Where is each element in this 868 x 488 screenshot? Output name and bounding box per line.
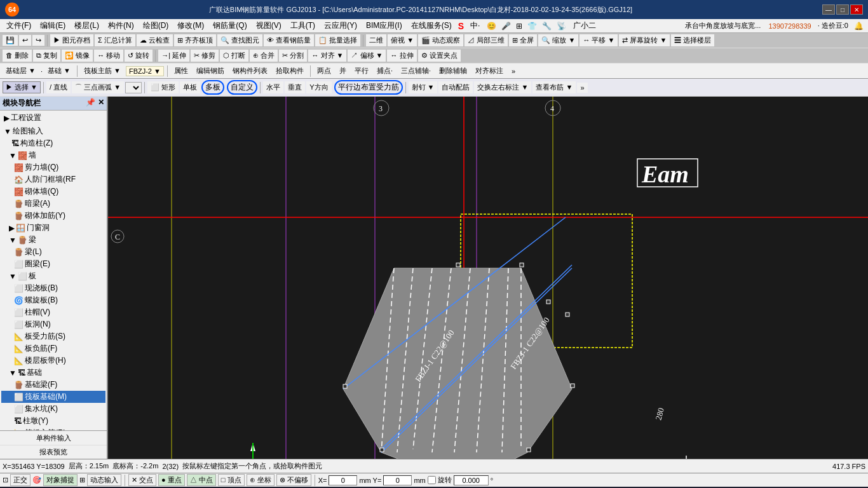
btn-snappoint[interactable]: 捕点· — [374, 65, 396, 77]
btn-single-element[interactable]: 单构件输入 — [0, 431, 107, 445]
btn-parallel[interactable]: 平行 — [351, 65, 372, 77]
btn-2d[interactable]: 二维 — [366, 34, 386, 46]
element-select[interactable]: FBZJ-2 ▼ — [126, 66, 164, 76]
minimize-button[interactable]: — — [822, 4, 835, 15]
menu-modify[interactable]: 修改(M) — [173, 19, 208, 32]
menu-view[interactable]: 视图(V) — [252, 19, 285, 32]
btn-ydirection[interactable]: Y方向 — [306, 81, 331, 93]
btn-view-rebar[interactable]: 👁 查看钢筋量 — [264, 34, 314, 46]
btn-and[interactable]: 并 — [336, 65, 349, 77]
btn-horizontal[interactable]: 水平 — [263, 81, 283, 93]
btn-select-floor[interactable]: ☰ 选择楼层 — [671, 34, 714, 46]
nav-item-pit[interactable]: ⬜集水坑(K) — [1, 403, 105, 415]
btn-local3d[interactable]: ⊿ 局部三维 — [465, 34, 508, 46]
menu-cloud[interactable]: 云应用(Y) — [320, 19, 361, 32]
menu-bim[interactable]: BIM应用(I) — [362, 19, 406, 32]
nav-wall-group[interactable]: ▼ 🧱 墙 — [1, 149, 105, 161]
nav-item-hidden-beam[interactable]: 🪵暗梁(A) — [1, 198, 105, 210]
nav-door-group[interactable]: ▶ 🪟 门窗洞 — [1, 222, 105, 234]
btn-twopoint[interactable]: 两点 — [314, 65, 334, 77]
menu-file[interactable]: 文件(F) — [3, 19, 35, 32]
menu-edit[interactable]: 编辑(E) — [36, 19, 69, 32]
btn-coord[interactable]: ⊕ 坐标 — [247, 474, 275, 486]
nav-item-floor-band[interactable]: 📐楼层板带(H) — [1, 355, 105, 367]
menu-assistant[interactable]: 广小二 — [569, 19, 600, 32]
menu-online[interactable]: 在线服务(S) — [407, 19, 456, 32]
nav-item-neg-rebar[interactable]: 📐板负筋(F) — [1, 342, 105, 355]
btn-vertical[interactable]: 垂直 — [285, 81, 305, 93]
nav-item-slab-rebar[interactable]: 📐板受力筋(S) — [1, 330, 105, 342]
btn-move[interactable]: ↔ 移动 — [94, 50, 123, 62]
btn-merge[interactable]: ⊕ 合并 — [250, 50, 278, 62]
layer-type-select[interactable]: 基础 ▼ — [44, 65, 74, 77]
btn-swaplabel[interactable]: 交换左右标注 ▼ — [474, 81, 531, 93]
nav-pin-icon[interactable]: 📌 — [86, 98, 95, 109]
btn-edit-rebar[interactable]: 编辑钢筋 — [193, 65, 227, 77]
btn-dynin[interactable]: 动态输入 — [87, 474, 121, 486]
btn-mirror[interactable]: 🔁 镜像 — [62, 50, 93, 62]
menu-mid[interactable]: 中· — [466, 19, 484, 32]
rotate-input[interactable] — [454, 475, 489, 485]
btn-dart[interactable]: 射钉 ▼ — [409, 81, 438, 93]
btn-parallel-rebar-highlight[interactable]: 平行边布置受力筋 — [334, 80, 403, 95]
nav-item-shear-wall[interactable]: 🧱剪力墙(Q) — [1, 161, 105, 173]
btn-stretch[interactable]: ↔ 拉伸 — [387, 50, 416, 62]
btn-delete[interactable]: 🗑 删除 — [3, 50, 32, 62]
btn-save[interactable]: 💾 — [3, 35, 18, 46]
nav-item-column-cap[interactable]: ⬜柱帽(V) — [1, 306, 105, 318]
nav-item-masonry-rebar[interactable]: 🪵砌体加筋(Y) — [1, 210, 105, 222]
btn-cloud-check[interactable]: ☁ 云检查 — [137, 34, 173, 46]
maximize-button[interactable]: □ — [836, 4, 849, 15]
btn-setclamp[interactable]: ⚙ 设置夹点 — [418, 50, 461, 62]
btn-split[interactable]: ✂ 分割 — [279, 50, 307, 62]
nav-found-group[interactable]: ▼ 🏗 基础 — [1, 367, 105, 379]
nav-close-icon[interactable]: ✕ — [98, 98, 104, 109]
btn-define[interactable]: ▶ 图元存档 — [50, 34, 93, 46]
nav-board-group[interactable]: ▼ ⬜ 板 — [1, 270, 105, 282]
close-button[interactable]: ✕ — [850, 4, 863, 15]
btn-find[interactable]: 🔍 查找图元 — [217, 34, 262, 46]
nav-item-pillar[interactable]: 🏗 构造柱(Z) — [1, 137, 105, 149]
rotate-checkbox[interactable] — [428, 476, 436, 484]
nav-beam-group[interactable]: ▼ 🪵 梁 — [1, 234, 105, 246]
btn-arc[interactable]: ⌒ 三点画弧 ▼ — [72, 81, 124, 93]
btn-viewrebar[interactable]: 查看布筋 ▼ — [532, 81, 576, 93]
btn-rebar-list[interactable]: 钢构件列表 — [229, 65, 271, 77]
btn-rect[interactable]: ⬜ 矩形 — [147, 81, 179, 93]
btn-batch[interactable]: 📋 批量选择 — [315, 34, 360, 46]
btn-undo[interactable]: ↩ — [19, 35, 31, 46]
btn-break[interactable]: ⬡ 打断 — [220, 50, 248, 62]
btn-3ptaxis[interactable]: 三点辅轴· — [398, 65, 434, 77]
btn-extend[interactable]: →| 延伸 — [158, 50, 189, 62]
menu-tools[interactable]: 工具(T) — [287, 19, 319, 32]
btn-report[interactable]: 报表预览 — [0, 445, 107, 459]
btn-screenrot[interactable]: ⇄ 屏幕旋转 ▼ — [619, 34, 670, 46]
btn-orthogonal[interactable]: 正交 — [10, 474, 31, 486]
nav-item-col-base[interactable]: 🏗柱墩(Y) — [1, 415, 105, 427]
nav-item-civil-wall[interactable]: 🏠人防门框墙(RF — [1, 173, 105, 186]
btn-multiboard-highlight[interactable]: 多板 — [201, 80, 224, 95]
layer-select[interactable]: 基础层 ▼ — [3, 65, 39, 77]
y-input[interactable] — [383, 475, 412, 485]
btn-offset[interactable]: ↗ 偏移 ▼ — [348, 50, 386, 62]
nav-item-masonry-wall[interactable]: 🧱砌体墙(Q) — [1, 186, 105, 198]
rebar-type-select[interactable]: 筏板主筋 ▼ — [81, 65, 124, 77]
btn-more[interactable]: » — [508, 66, 519, 76]
btn-snap[interactable]: 对象捕捉 — [43, 474, 78, 486]
btn-select[interactable]: ▶ 选择 ▼ — [3, 81, 41, 93]
nav-engineering-setup[interactable]: ▶ 工程设置 — [1, 112, 105, 124]
btn-pick[interactable]: 拾取构件 — [273, 65, 307, 77]
btn-calc[interactable]: Σ 汇总计算 — [95, 34, 135, 46]
btn-fullscreen[interactable]: ⊞ 全屏 — [509, 34, 537, 46]
menu-draw[interactable]: 绘图(D) — [139, 19, 173, 32]
btn-intersect[interactable]: ✕ 交点 — [128, 474, 156, 486]
btn-pan[interactable]: ↔ 平移 ▼ — [580, 34, 618, 46]
nav-item-beam[interactable]: 🪵梁(L) — [1, 246, 105, 258]
nav-item-found-beam[interactable]: 🪵基础梁(F) — [1, 379, 105, 391]
btn-midpoint[interactable]: △ 中点 — [187, 474, 216, 486]
cad-canvas-area[interactable]: FBZJ-1 C22@100 FBZJ-1 C22@100 280 3 4 C … — [108, 97, 868, 459]
btn-copy[interactable]: ⧉ 复制 — [33, 50, 60, 62]
btn-zoom[interactable]: 🔍 缩放 ▼ — [538, 34, 578, 46]
nav-drawing-input[interactable]: ▼ 绘图输入 — [1, 125, 105, 137]
btn-vertex[interactable]: □ 顶点 — [218, 474, 245, 486]
